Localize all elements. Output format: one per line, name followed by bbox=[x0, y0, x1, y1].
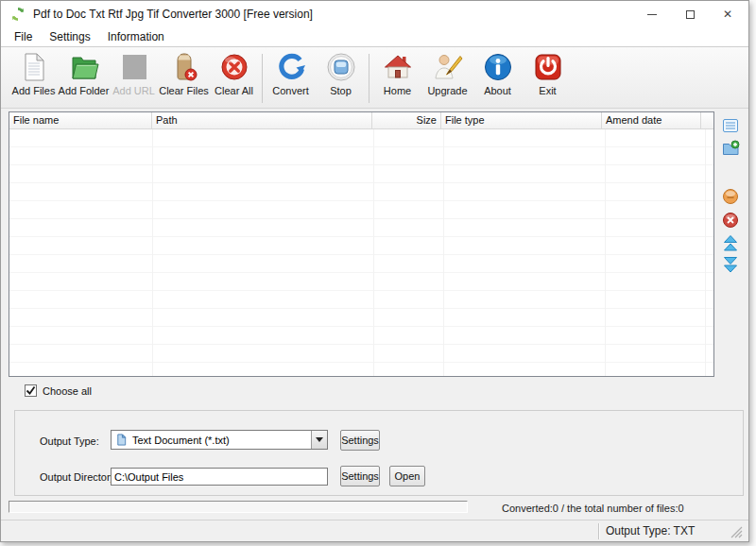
clear-all-button[interactable]: Clear All bbox=[209, 52, 259, 96]
column-header-spacer bbox=[701, 112, 713, 128]
column-header-size[interactable]: Size bbox=[372, 112, 441, 128]
output-type-combobox[interactable]: Text Document (*.txt) bbox=[111, 430, 328, 450]
window-controls: ✕ bbox=[633, 1, 747, 27]
check-icon bbox=[26, 385, 36, 396]
output-directory-input[interactable] bbox=[111, 468, 328, 486]
output-type-value: Text Document (*.txt) bbox=[132, 435, 230, 446]
output-type-label: Output Type: bbox=[40, 435, 99, 447]
stop-button[interactable]: Stop bbox=[316, 52, 366, 96]
output-groupbox: Output Type: Text Document (*.txt) Setti… bbox=[14, 410, 744, 496]
column-header-file-type[interactable]: File type bbox=[441, 112, 602, 128]
move-down-icon[interactable] bbox=[721, 256, 740, 275]
open-button[interactable]: Open bbox=[389, 466, 425, 486]
toolbar: Add Files Add Folder Add URL bbox=[1, 46, 748, 109]
clear-all-icon bbox=[219, 52, 249, 82]
status-bar: Output Type: TXT bbox=[1, 520, 748, 542]
add-folder-button[interactable]: Add Folder bbox=[59, 52, 109, 96]
home-icon bbox=[383, 52, 413, 82]
window-title: Pdf to Doc Txt Rtf Jpg Tif Converter 300… bbox=[33, 8, 313, 21]
conversion-progressbar bbox=[9, 501, 468, 513]
file-list: File name Path Size File type Amend date bbox=[9, 111, 714, 377]
about-icon bbox=[483, 52, 513, 82]
add-files-icon bbox=[19, 52, 49, 82]
column-grid-line bbox=[443, 129, 444, 376]
side-toolbar bbox=[721, 110, 744, 280]
title-bar: Pdf to Doc Txt Rtf Jpg Tif Converter 300… bbox=[1, 1, 748, 27]
upgrade-icon bbox=[433, 52, 463, 82]
statusbar-divider bbox=[598, 523, 599, 539]
menu-bar: File Settings Information bbox=[1, 27, 748, 46]
add-files-button[interactable]: Add Files bbox=[9, 52, 59, 96]
combo-dropdown-button[interactable] bbox=[311, 431, 327, 449]
move-up-icon[interactable] bbox=[721, 234, 740, 253]
convert-button[interactable]: Convert bbox=[266, 52, 316, 96]
stop-icon bbox=[326, 52, 356, 82]
clear-all-small-icon[interactable] bbox=[721, 211, 740, 230]
choose-all-label: Choose all bbox=[43, 385, 92, 397]
column-header-file-name[interactable]: File name bbox=[9, 112, 152, 128]
column-grid-line bbox=[705, 129, 706, 376]
toolbar-separator bbox=[369, 54, 369, 103]
column-grid-line bbox=[605, 129, 606, 376]
clear-files-icon bbox=[169, 52, 199, 82]
column-header-amend-date[interactable]: Amend date bbox=[602, 112, 701, 128]
app-window: Pdf to Doc Txt Rtf Jpg Tif Converter 300… bbox=[0, 0, 749, 542]
file-list-header: File name Path Size File type Amend date bbox=[9, 112, 713, 129]
close-button[interactable]: ✕ bbox=[709, 1, 747, 27]
column-grid-line bbox=[152, 129, 153, 376]
statusbar-output-type: Output Type: TXT bbox=[606, 524, 695, 537]
minimize-button[interactable] bbox=[633, 1, 671, 27]
clear-files-button[interactable]: Clear Files bbox=[159, 52, 209, 96]
menu-file[interactable]: File bbox=[6, 28, 41, 45]
choose-all-checkbox[interactable] bbox=[25, 384, 37, 397]
menu-settings[interactable]: Settings bbox=[41, 28, 98, 45]
file-list-body[interactable] bbox=[9, 129, 713, 376]
conversion-summary: Converted:0 / the total number of files:… bbox=[502, 503, 684, 514]
close-icon: ✕ bbox=[723, 9, 732, 20]
about-button[interactable]: About bbox=[472, 52, 523, 96]
output-directory-settings-button[interactable]: Settings bbox=[340, 466, 380, 486]
exit-button[interactable]: Exit bbox=[523, 52, 573, 96]
add-url-icon bbox=[119, 52, 149, 82]
menu-information[interactable]: Information bbox=[99, 28, 173, 45]
dropdown-arrow-icon bbox=[316, 437, 323, 442]
convert-icon bbox=[276, 52, 306, 82]
column-grid-line bbox=[373, 129, 374, 376]
resize-grip[interactable] bbox=[730, 525, 743, 538]
text-document-icon bbox=[115, 434, 128, 447]
add-url-button: Add URL bbox=[109, 52, 159, 96]
minimize-icon bbox=[647, 14, 657, 15]
toolbar-separator bbox=[262, 54, 263, 103]
recycle-arrows-icon bbox=[10, 7, 26, 22]
clear-files-small-icon[interactable] bbox=[721, 187, 740, 206]
add-files-small-icon[interactable] bbox=[721, 116, 740, 135]
add-folder-small-icon[interactable] bbox=[721, 139, 740, 158]
exit-icon bbox=[533, 52, 563, 82]
maximize-icon bbox=[686, 10, 695, 19]
upgrade-button[interactable]: Upgrade bbox=[422, 52, 472, 96]
output-directory-label: Output Directory: bbox=[40, 471, 118, 483]
choose-all-row: Choose all bbox=[25, 384, 92, 397]
output-type-settings-button[interactable]: Settings bbox=[340, 430, 380, 451]
add-folder-icon bbox=[69, 52, 99, 82]
home-button[interactable]: Home bbox=[372, 52, 422, 96]
column-header-path[interactable]: Path bbox=[152, 112, 372, 128]
maximize-button[interactable] bbox=[671, 1, 709, 27]
